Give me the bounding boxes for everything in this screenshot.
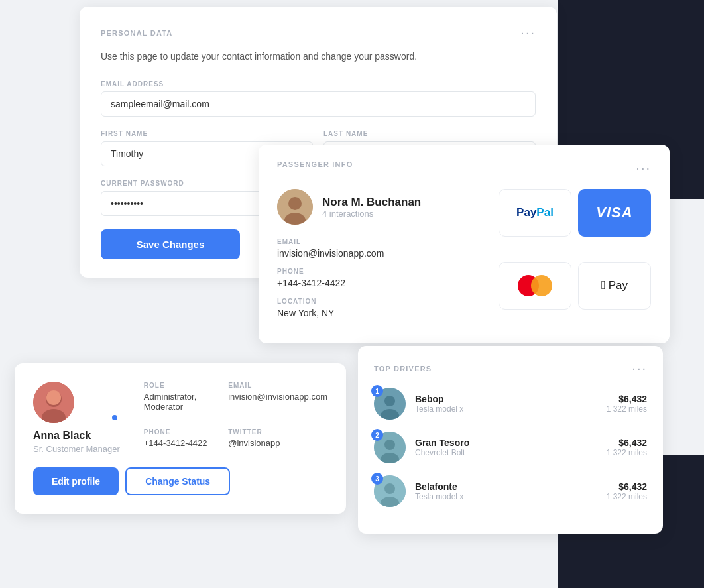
payment-methods-grid: PayPal VISA  Pay bbox=[499, 189, 651, 327]
change-status-button[interactable]: Change Status bbox=[125, 467, 230, 495]
driver-rank-avatar-2: 2 bbox=[374, 432, 406, 463]
passenger-phone-section: PHONE +144-3412-4422 bbox=[277, 268, 483, 288]
driver-rank-badge-2: 2 bbox=[371, 429, 383, 441]
apple-pay-text-label: Pay bbox=[609, 279, 628, 292]
driver-info-3: Belafonte Tesla model x bbox=[415, 481, 597, 501]
driver-rank-badge-1: 1 bbox=[371, 385, 383, 397]
top-drivers-title: TOP DRIVERS bbox=[374, 365, 432, 373]
driver-name-1: Bebop bbox=[415, 394, 597, 404]
profile-role-label: ROLE bbox=[144, 382, 217, 389]
profile-email-label: EMAIL bbox=[228, 382, 327, 389]
passenger-info-card: PASSENGER INFO ··· Nora M. Buchanan 4 in… bbox=[259, 145, 670, 343]
passenger-email-section: EMAIL invision@invisionapp.com bbox=[277, 238, 483, 259]
driver-info-1: Bebop Tesla model x bbox=[415, 394, 597, 414]
apple-icon:  bbox=[601, 278, 606, 292]
profile-twitter-group: TWITTER @invisionapp bbox=[228, 428, 327, 454]
profile-twitter-value: @invisionapp bbox=[228, 438, 327, 448]
profile-email-group: EMAIL invision@invisionapp.com bbox=[228, 382, 327, 418]
driver-vehicle-3: Tesla model x bbox=[415, 492, 597, 501]
passenger-phone-value: +144-3412-4422 bbox=[277, 278, 483, 288]
top-drivers-card: TOP DRIVERS ··· 1 Bebop Tesla model x $6… bbox=[358, 346, 663, 534]
profile-role-group: ROLE Administrator, Moderator bbox=[144, 382, 217, 418]
driver-earnings-2: $6,432 bbox=[607, 438, 647, 448]
profile-avatar bbox=[33, 382, 74, 423]
profile-left: Anna Black Sr. Customer Manager bbox=[33, 382, 120, 454]
profile-card: Anna Black Sr. Customer Manager ROLE Adm… bbox=[15, 363, 346, 514]
profile-top: Anna Black Sr. Customer Manager ROLE Adm… bbox=[33, 382, 327, 454]
profile-details: ROLE Administrator, Moderator EMAIL invi… bbox=[133, 382, 327, 454]
profile-phone-label: PHONE bbox=[144, 428, 217, 436]
driver-row-2: 2 Gran Tesoro Chevrolet Bolt $6,432 1 32… bbox=[374, 432, 647, 463]
visa-card[interactable]: VISA bbox=[578, 189, 651, 237]
personal-data-title: PERSONAL DATA bbox=[101, 29, 173, 37]
driver-info-2: Gran Tesoro Chevrolet Bolt bbox=[415, 438, 597, 457]
driver-earnings-1: $6,432 bbox=[607, 394, 647, 404]
passenger-location-label: LOCATION bbox=[277, 298, 483, 305]
svg-point-15 bbox=[46, 390, 61, 405]
passenger-email-label: EMAIL bbox=[277, 238, 483, 245]
passenger-location-value: New York, NY bbox=[277, 308, 483, 318]
profile-email-value: invision@invisionapp.com bbox=[228, 392, 327, 402]
profile-role-display: Sr. Customer Manager bbox=[33, 444, 120, 454]
profile-name: Anna Black bbox=[33, 430, 120, 441]
passenger-name: Nora M. Buchanan bbox=[322, 196, 421, 209]
mc-orange-circle bbox=[531, 275, 552, 296]
edit-profile-button[interactable]: Edit profile bbox=[33, 467, 119, 495]
driver-name-2: Gran Tesoro bbox=[415, 438, 597, 448]
mastercard-logo bbox=[518, 275, 552, 296]
svg-point-7 bbox=[384, 440, 395, 450]
passenger-avatar-svg bbox=[277, 189, 313, 225]
profile-avatar-wrap bbox=[33, 382, 120, 423]
passenger-info-left: Nora M. Buchanan 4 interactions EMAIL in… bbox=[277, 189, 483, 327]
profile-role-value: Administrator, Moderator bbox=[144, 392, 217, 412]
paypal-logo: PayPal bbox=[516, 206, 554, 219]
email-label: EMAIL ADDRESS bbox=[101, 80, 536, 88]
passenger-interactions: 4 interactions bbox=[322, 209, 421, 219]
driver-vehicle-2: Chevrolet Bolt bbox=[415, 448, 597, 457]
passenger-name-row: Nora M. Buchanan 4 interactions bbox=[277, 189, 483, 225]
driver-name-3: Belafonte bbox=[415, 481, 597, 492]
profile-status-dot bbox=[111, 414, 119, 422]
driver-miles-1: 1 322 miles bbox=[607, 404, 647, 414]
passenger-phone-label: PHONE bbox=[277, 268, 483, 275]
passenger-body: Nora M. Buchanan 4 interactions EMAIL in… bbox=[277, 189, 651, 327]
profile-avatar-svg bbox=[33, 382, 74, 423]
driver-row-1: 1 Bebop Tesla model x $6,432 1 322 miles bbox=[374, 388, 647, 420]
passenger-email-value: invision@invisionapp.com bbox=[277, 248, 483, 259]
driver-stats-1: $6,432 1 322 miles bbox=[607, 394, 647, 414]
personal-data-description: Use this page to update your contact inf… bbox=[101, 51, 536, 62]
profile-buttons: Edit profile Change Status bbox=[33, 467, 327, 495]
svg-point-10 bbox=[384, 483, 395, 494]
personal-data-menu-dots[interactable]: ··· bbox=[520, 25, 536, 40]
profile-phone-group: PHONE +144-3412-4422 bbox=[144, 428, 217, 454]
driver-earnings-3: $6,432 bbox=[607, 481, 647, 492]
driver-rank-badge-3: 3 bbox=[371, 473, 383, 485]
last-name-label: LAST NAME bbox=[323, 130, 536, 137]
mastercard-card[interactable] bbox=[499, 262, 571, 310]
passenger-name-info: Nora M. Buchanan 4 interactions bbox=[322, 196, 421, 219]
email-field-group: EMAIL ADDRESS bbox=[101, 80, 536, 117]
driver-miles-3: 1 322 miles bbox=[607, 492, 647, 501]
paypal-card[interactable]: PayPal bbox=[499, 189, 571, 237]
driver-rank-avatar-1: 1 bbox=[374, 388, 406, 420]
personal-data-header: PERSONAL DATA ··· bbox=[101, 25, 536, 40]
passenger-info-menu-dots[interactable]: ··· bbox=[636, 160, 651, 176]
passenger-info-title: PASSENGER INFO bbox=[277, 160, 353, 168]
profile-twitter-label: TWITTER bbox=[228, 428, 327, 436]
driver-row-3: 3 Belafonte Tesla model x $6,432 1 322 m… bbox=[374, 475, 647, 507]
top-drivers-menu-dots[interactable]: ··· bbox=[632, 361, 647, 376]
driver-rank-avatar-3: 3 bbox=[374, 475, 406, 507]
visa-logo: VISA bbox=[596, 204, 632, 221]
profile-phone-value: +144-3412-4422 bbox=[144, 438, 217, 448]
driver-stats-3: $6,432 1 322 miles bbox=[607, 481, 647, 501]
svg-point-1 bbox=[288, 197, 302, 210]
apple-pay-card[interactable]:  Pay bbox=[578, 262, 651, 310]
profile-name-section: Anna Black Sr. Customer Manager bbox=[33, 430, 120, 454]
first-name-label: FIRST NAME bbox=[101, 130, 313, 137]
save-changes-button[interactable]: Save Changes bbox=[101, 229, 240, 259]
svg-point-4 bbox=[384, 396, 395, 406]
passenger-avatar bbox=[277, 189, 313, 225]
passenger-info-header: PASSENGER INFO ··· bbox=[277, 160, 651, 176]
passenger-location-section: LOCATION New York, NY bbox=[277, 298, 483, 318]
email-input[interactable] bbox=[101, 91, 536, 117]
